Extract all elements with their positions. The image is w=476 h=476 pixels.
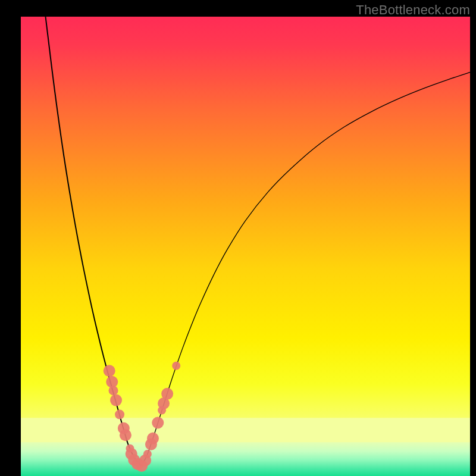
highlight-marker: [115, 410, 124, 419]
highlight-marker: [110, 394, 122, 406]
plot-area: [21, 17, 470, 476]
highlight-marker: [143, 450, 152, 458]
highlight-marker: [109, 386, 118, 395]
highlight-marker: [172, 362, 180, 370]
highlight-marker: [161, 388, 173, 400]
highlight-marker: [152, 416, 164, 428]
highlight-marker: [120, 429, 131, 441]
highlight-marker: [147, 433, 159, 444]
highlight-marker: [104, 365, 115, 377]
curve-right-branch: [141, 72, 470, 466]
chart-frame: TheBottleneck.com: [0, 0, 476, 476]
watermark-text: TheBottleneck.com: [356, 2, 470, 18]
curve-left-branch: [46, 17, 142, 466]
plot-svg: [21, 17, 470, 476]
